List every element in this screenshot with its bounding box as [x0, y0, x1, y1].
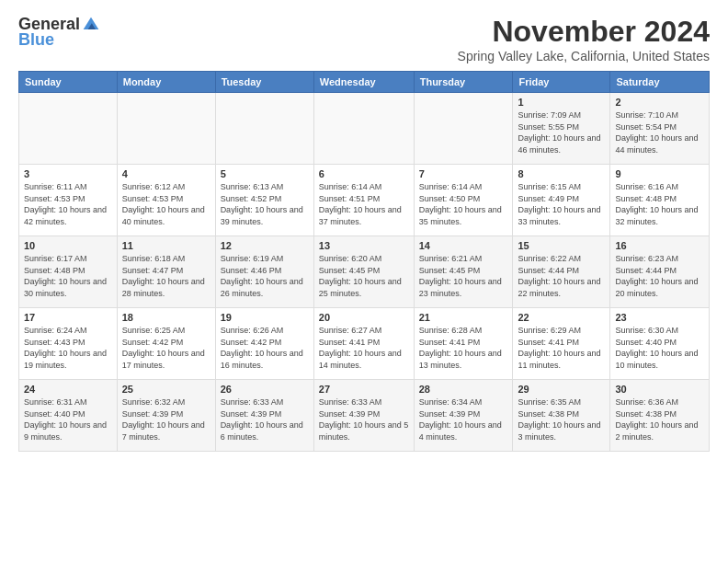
day-number: 18: [122, 312, 210, 323]
month-title: November 2024: [458, 15, 710, 49]
page-header: General Blue November 2024 Spring Valley…: [18, 15, 710, 63]
calendar-body: 1Sunrise: 7:09 AM Sunset: 5:55 PM Daylig…: [19, 93, 710, 452]
day-number: 22: [518, 312, 605, 323]
calendar-week-5: 24Sunrise: 6:31 AM Sunset: 4:40 PM Dayli…: [19, 380, 710, 452]
calendar-cell: 14Sunrise: 6:21 AM Sunset: 4:45 PM Dayli…: [414, 236, 513, 308]
calendar-week-2: 3Sunrise: 6:11 AM Sunset: 4:53 PM Daylig…: [19, 165, 710, 236]
day-info: Sunrise: 6:33 AM Sunset: 4:39 PM Dayligh…: [221, 397, 303, 442]
calendar-cell: 6Sunrise: 6:14 AM Sunset: 4:51 PM Daylig…: [313, 165, 414, 236]
day-number: 2: [615, 97, 704, 108]
day-info: Sunrise: 7:09 AM Sunset: 5:55 PM Dayligh…: [518, 110, 600, 155]
day-number: 30: [615, 384, 704, 395]
calendar-cell: 2Sunrise: 7:10 AM Sunset: 5:54 PM Daylig…: [610, 93, 710, 165]
day-info: Sunrise: 6:14 AM Sunset: 4:50 PM Dayligh…: [419, 182, 502, 226]
location-text: Spring Valley Lake, California, United S…: [458, 49, 710, 63]
day-info: Sunrise: 7:10 AM Sunset: 5:54 PM Dayligh…: [615, 110, 698, 155]
calendar-header-row: SundayMondayTuesdayWednesdayThursdayFrid…: [19, 72, 710, 93]
day-info: Sunrise: 6:33 AM Sunset: 4:39 PM Dayligh…: [319, 397, 409, 442]
calendar-cell: 10Sunrise: 6:17 AM Sunset: 4:48 PM Dayli…: [19, 236, 118, 308]
day-info: Sunrise: 6:16 AM Sunset: 4:48 PM Dayligh…: [615, 182, 698, 226]
day-info: Sunrise: 6:26 AM Sunset: 4:42 PM Dayligh…: [221, 326, 303, 370]
calendar-cell: 20Sunrise: 6:27 AM Sunset: 4:41 PM Dayli…: [313, 308, 414, 380]
day-info: Sunrise: 6:31 AM Sunset: 4:40 PM Dayligh…: [24, 397, 107, 442]
day-info: Sunrise: 6:28 AM Sunset: 4:41 PM Dayligh…: [419, 326, 502, 370]
calendar-cell: 19Sunrise: 6:26 AM Sunset: 4:42 PM Dayli…: [215, 308, 313, 380]
day-info: Sunrise: 6:25 AM Sunset: 4:42 PM Dayligh…: [122, 326, 205, 370]
day-info: Sunrise: 6:14 AM Sunset: 4:51 PM Dayligh…: [319, 182, 402, 226]
calendar-cell: 16Sunrise: 6:23 AM Sunset: 4:44 PM Dayli…: [610, 236, 710, 308]
day-number: 19: [221, 312, 309, 323]
day-number: 26: [221, 384, 309, 395]
calendar-cell: 11Sunrise: 6:18 AM Sunset: 4:47 PM Dayli…: [117, 236, 215, 308]
day-number: 12: [221, 240, 309, 251]
day-info: Sunrise: 6:13 AM Sunset: 4:52 PM Dayligh…: [221, 182, 303, 226]
logo: General Blue: [18, 15, 100, 50]
day-number: 11: [122, 240, 210, 251]
calendar-cell: 29Sunrise: 6:35 AM Sunset: 4:38 PM Dayli…: [513, 380, 610, 452]
calendar-cell: 21Sunrise: 6:28 AM Sunset: 4:41 PM Dayli…: [414, 308, 513, 380]
calendar-cell: 7Sunrise: 6:14 AM Sunset: 4:50 PM Daylig…: [414, 165, 513, 236]
day-number: 8: [518, 168, 605, 179]
calendar-cell: [215, 93, 313, 165]
day-number: 24: [24, 384, 112, 395]
day-number: 25: [122, 384, 210, 395]
calendar-cell: [19, 93, 118, 165]
day-number: 23: [615, 312, 704, 323]
day-info: Sunrise: 6:36 AM Sunset: 4:38 PM Dayligh…: [615, 397, 698, 442]
calendar-cell: 23Sunrise: 6:30 AM Sunset: 4:40 PM Dayli…: [610, 308, 710, 380]
day-info: Sunrise: 6:35 AM Sunset: 4:38 PM Dayligh…: [518, 397, 600, 442]
day-info: Sunrise: 6:23 AM Sunset: 4:44 PM Dayligh…: [615, 254, 698, 298]
day-number: 5: [221, 168, 309, 179]
day-info: Sunrise: 6:34 AM Sunset: 4:39 PM Dayligh…: [419, 397, 502, 442]
calendar-cell: 30Sunrise: 6:36 AM Sunset: 4:38 PM Dayli…: [610, 380, 710, 452]
day-number: 1: [518, 97, 605, 108]
title-area: November 2024 Spring Valley Lake, Califo…: [458, 15, 710, 63]
calendar-week-3: 10Sunrise: 6:17 AM Sunset: 4:48 PM Dayli…: [19, 236, 710, 308]
day-number: 10: [24, 240, 112, 251]
day-info: Sunrise: 6:15 AM Sunset: 4:49 PM Dayligh…: [518, 182, 600, 226]
day-number: 29: [518, 384, 605, 395]
day-number: 28: [419, 384, 508, 395]
day-number: 17: [24, 312, 112, 323]
day-info: Sunrise: 6:20 AM Sunset: 4:45 PM Dayligh…: [319, 254, 402, 298]
calendar-cell: [117, 93, 215, 165]
calendar-cell: 12Sunrise: 6:19 AM Sunset: 4:46 PM Dayli…: [215, 236, 313, 308]
day-header-monday: Monday: [117, 72, 215, 93]
calendar-table: SundayMondayTuesdayWednesdayThursdayFrid…: [18, 71, 710, 452]
day-info: Sunrise: 6:11 AM Sunset: 4:53 PM Dayligh…: [24, 182, 107, 226]
day-info: Sunrise: 6:18 AM Sunset: 4:47 PM Dayligh…: [122, 254, 205, 298]
calendar-cell: 28Sunrise: 6:34 AM Sunset: 4:39 PM Dayli…: [414, 380, 513, 452]
calendar-cell: 4Sunrise: 6:12 AM Sunset: 4:53 PM Daylig…: [117, 165, 215, 236]
day-number: 16: [615, 240, 704, 251]
calendar-cell: 3Sunrise: 6:11 AM Sunset: 4:53 PM Daylig…: [19, 165, 118, 236]
calendar-cell: 8Sunrise: 6:15 AM Sunset: 4:49 PM Daylig…: [513, 165, 610, 236]
logo-icon: [82, 16, 100, 34]
day-info: Sunrise: 6:27 AM Sunset: 4:41 PM Dayligh…: [319, 326, 402, 370]
day-info: Sunrise: 6:12 AM Sunset: 4:53 PM Dayligh…: [122, 182, 205, 226]
calendar-week-1: 1Sunrise: 7:09 AM Sunset: 5:55 PM Daylig…: [19, 93, 710, 165]
day-header-friday: Friday: [513, 72, 610, 93]
calendar-cell: 1Sunrise: 7:09 AM Sunset: 5:55 PM Daylig…: [513, 93, 610, 165]
day-number: 20: [319, 312, 409, 323]
calendar-cell: 5Sunrise: 6:13 AM Sunset: 4:52 PM Daylig…: [215, 165, 313, 236]
calendar-cell: 22Sunrise: 6:29 AM Sunset: 4:41 PM Dayli…: [513, 308, 610, 380]
calendar-cell: [414, 93, 513, 165]
day-number: 14: [419, 240, 508, 251]
calendar-cell: 26Sunrise: 6:33 AM Sunset: 4:39 PM Dayli…: [215, 380, 313, 452]
calendar-week-4: 17Sunrise: 6:24 AM Sunset: 4:43 PM Dayli…: [19, 308, 710, 380]
day-info: Sunrise: 6:30 AM Sunset: 4:40 PM Dayligh…: [615, 326, 698, 370]
day-number: 4: [122, 168, 210, 179]
calendar-cell: 9Sunrise: 6:16 AM Sunset: 4:48 PM Daylig…: [610, 165, 710, 236]
day-header-saturday: Saturday: [610, 72, 710, 93]
day-info: Sunrise: 6:17 AM Sunset: 4:48 PM Dayligh…: [24, 254, 107, 298]
day-info: Sunrise: 6:21 AM Sunset: 4:45 PM Dayligh…: [419, 254, 502, 298]
calendar-cell: 17Sunrise: 6:24 AM Sunset: 4:43 PM Dayli…: [19, 308, 118, 380]
calendar-cell: 15Sunrise: 6:22 AM Sunset: 4:44 PM Dayli…: [513, 236, 610, 308]
day-info: Sunrise: 6:19 AM Sunset: 4:46 PM Dayligh…: [221, 254, 303, 298]
day-number: 7: [419, 168, 508, 179]
day-number: 3: [24, 168, 112, 179]
day-info: Sunrise: 6:32 AM Sunset: 4:39 PM Dayligh…: [122, 397, 205, 442]
day-info: Sunrise: 6:24 AM Sunset: 4:43 PM Dayligh…: [24, 326, 107, 370]
day-number: 21: [419, 312, 508, 323]
day-number: 27: [319, 384, 409, 395]
